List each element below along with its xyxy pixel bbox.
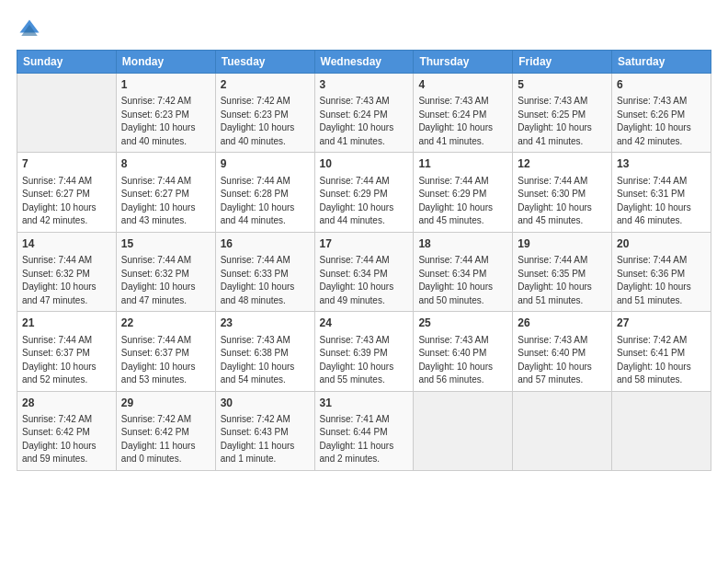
day-number: 16 xyxy=(221,236,310,252)
day-number: 9 xyxy=(221,156,310,172)
weekday-header: Sunday xyxy=(17,51,117,74)
calendar-cell: 31Sunrise: 7:41 AM Sunset: 6:44 PM Dayli… xyxy=(314,391,414,470)
calendar-cell: 29Sunrise: 7:42 AM Sunset: 6:42 PM Dayli… xyxy=(116,391,215,470)
day-number: 28 xyxy=(22,396,111,411)
cell-info: Sunrise: 7:41 AM Sunset: 6:44 PM Dayligh… xyxy=(320,413,409,466)
day-number: 10 xyxy=(320,156,409,172)
cell-info: Sunrise: 7:43 AM Sunset: 6:39 PM Dayligh… xyxy=(320,334,409,387)
logo-icon xyxy=(17,17,42,42)
calendar-cell: 25Sunrise: 7:43 AM Sunset: 6:40 PM Dayli… xyxy=(414,312,513,391)
cell-info: Sunrise: 7:42 AM Sunset: 6:41 PM Dayligh… xyxy=(617,334,706,387)
calendar-cell: 24Sunrise: 7:43 AM Sunset: 6:39 PM Dayli… xyxy=(314,312,414,391)
cell-info: Sunrise: 7:44 AM Sunset: 6:32 PM Dayligh… xyxy=(22,254,111,307)
calendar-cell: 16Sunrise: 7:44 AM Sunset: 6:33 PM Dayli… xyxy=(215,232,314,311)
day-number: 6 xyxy=(617,77,706,93)
day-number: 3 xyxy=(320,77,409,93)
calendar-cell: 12Sunrise: 7:44 AM Sunset: 6:30 PM Dayli… xyxy=(513,153,612,232)
cell-info: Sunrise: 7:43 AM Sunset: 6:26 PM Dayligh… xyxy=(617,95,706,148)
day-number: 27 xyxy=(617,316,706,331)
calendar-cell: 1Sunrise: 7:42 AM Sunset: 6:23 PM Daylig… xyxy=(116,74,215,153)
calendar-cell: 26Sunrise: 7:43 AM Sunset: 6:40 PM Dayli… xyxy=(513,312,612,391)
day-number: 17 xyxy=(320,236,409,252)
cell-info: Sunrise: 7:44 AM Sunset: 6:36 PM Dayligh… xyxy=(617,254,706,307)
day-number: 31 xyxy=(320,396,409,411)
cell-info: Sunrise: 7:44 AM Sunset: 6:37 PM Dayligh… xyxy=(22,334,111,387)
calendar-cell xyxy=(17,74,117,153)
cell-info: Sunrise: 7:43 AM Sunset: 6:24 PM Dayligh… xyxy=(320,95,409,148)
cell-info: Sunrise: 7:44 AM Sunset: 6:34 PM Dayligh… xyxy=(320,254,409,307)
calendar-cell: 10Sunrise: 7:44 AM Sunset: 6:29 PM Dayli… xyxy=(314,153,414,232)
day-number: 11 xyxy=(418,156,507,172)
cell-info: Sunrise: 7:44 AM Sunset: 6:37 PM Dayligh… xyxy=(121,334,210,387)
weekday-header: Wednesday xyxy=(314,51,414,74)
logo xyxy=(17,17,46,42)
calendar-week-row: 21Sunrise: 7:44 AM Sunset: 6:37 PM Dayli… xyxy=(17,312,711,391)
calendar-cell: 18Sunrise: 7:44 AM Sunset: 6:34 PM Dayli… xyxy=(414,232,513,311)
calendar-cell: 19Sunrise: 7:44 AM Sunset: 6:35 PM Dayli… xyxy=(513,232,612,311)
day-number: 20 xyxy=(617,236,706,252)
day-number: 15 xyxy=(121,236,210,252)
calendar-cell: 9Sunrise: 7:44 AM Sunset: 6:28 PM Daylig… xyxy=(215,153,314,232)
calendar-cell: 15Sunrise: 7:44 AM Sunset: 6:32 PM Dayli… xyxy=(116,232,215,311)
calendar-week-row: 14Sunrise: 7:44 AM Sunset: 6:32 PM Dayli… xyxy=(17,232,711,311)
header xyxy=(17,17,711,42)
calendar-cell: 6Sunrise: 7:43 AM Sunset: 6:26 PM Daylig… xyxy=(612,74,711,153)
calendar-cell: 20Sunrise: 7:44 AM Sunset: 6:36 PM Dayli… xyxy=(612,232,711,311)
day-number: 12 xyxy=(518,156,607,172)
day-number: 22 xyxy=(121,316,210,331)
weekday-header: Tuesday xyxy=(215,51,314,74)
calendar-table: SundayMondayTuesdayWednesdayThursdayFrid… xyxy=(17,50,711,471)
header-row: SundayMondayTuesdayWednesdayThursdayFrid… xyxy=(17,51,711,74)
calendar-week-row: 7Sunrise: 7:44 AM Sunset: 6:27 PM Daylig… xyxy=(17,153,711,232)
cell-info: Sunrise: 7:44 AM Sunset: 6:28 PM Dayligh… xyxy=(221,175,310,228)
day-number: 30 xyxy=(221,396,310,411)
calendar-week-row: 28Sunrise: 7:42 AM Sunset: 6:42 PM Dayli… xyxy=(17,391,711,470)
calendar-cell: 22Sunrise: 7:44 AM Sunset: 6:37 PM Dayli… xyxy=(116,312,215,391)
day-number: 24 xyxy=(320,316,409,331)
calendar-cell: 14Sunrise: 7:44 AM Sunset: 6:32 PM Dayli… xyxy=(17,232,117,311)
calendar-cell: 5Sunrise: 7:43 AM Sunset: 6:25 PM Daylig… xyxy=(513,74,612,153)
day-number: 25 xyxy=(418,316,507,331)
cell-info: Sunrise: 7:44 AM Sunset: 6:34 PM Dayligh… xyxy=(418,254,507,307)
weekday-header: Friday xyxy=(513,51,612,74)
cell-info: Sunrise: 7:42 AM Sunset: 6:42 PM Dayligh… xyxy=(22,413,111,466)
day-number: 2 xyxy=(221,77,310,93)
day-number: 5 xyxy=(518,77,607,93)
day-number: 29 xyxy=(121,396,210,411)
weekday-header: Saturday xyxy=(612,51,711,74)
calendar-cell: 23Sunrise: 7:43 AM Sunset: 6:38 PM Dayli… xyxy=(215,312,314,391)
cell-info: Sunrise: 7:43 AM Sunset: 6:38 PM Dayligh… xyxy=(221,334,310,387)
cell-info: Sunrise: 7:44 AM Sunset: 6:30 PM Dayligh… xyxy=(518,175,607,228)
calendar-cell: 8Sunrise: 7:44 AM Sunset: 6:27 PM Daylig… xyxy=(116,153,215,232)
cell-info: Sunrise: 7:44 AM Sunset: 6:29 PM Dayligh… xyxy=(320,175,409,228)
calendar-cell: 30Sunrise: 7:42 AM Sunset: 6:43 PM Dayli… xyxy=(215,391,314,470)
calendar-cell: 21Sunrise: 7:44 AM Sunset: 6:37 PM Dayli… xyxy=(17,312,117,391)
cell-info: Sunrise: 7:43 AM Sunset: 6:40 PM Dayligh… xyxy=(518,334,607,387)
cell-info: Sunrise: 7:42 AM Sunset: 6:43 PM Dayligh… xyxy=(221,413,310,466)
day-number: 19 xyxy=(518,236,607,252)
calendar-cell: 7Sunrise: 7:44 AM Sunset: 6:27 PM Daylig… xyxy=(17,153,117,232)
day-number: 8 xyxy=(121,156,210,172)
calendar-cell: 3Sunrise: 7:43 AM Sunset: 6:24 PM Daylig… xyxy=(314,74,414,153)
calendar-cell xyxy=(612,391,711,470)
calendar-cell: 17Sunrise: 7:44 AM Sunset: 6:34 PM Dayli… xyxy=(314,232,414,311)
calendar-cell: 13Sunrise: 7:44 AM Sunset: 6:31 PM Dayli… xyxy=(612,153,711,232)
calendar-cell xyxy=(513,391,612,470)
day-number: 23 xyxy=(221,316,310,331)
cell-info: Sunrise: 7:43 AM Sunset: 6:25 PM Dayligh… xyxy=(518,95,607,148)
day-number: 26 xyxy=(518,316,607,331)
day-number: 13 xyxy=(617,156,706,172)
weekday-header: Thursday xyxy=(414,51,513,74)
cell-info: Sunrise: 7:44 AM Sunset: 6:33 PM Dayligh… xyxy=(221,254,310,307)
calendar-cell: 4Sunrise: 7:43 AM Sunset: 6:24 PM Daylig… xyxy=(414,74,513,153)
cell-info: Sunrise: 7:44 AM Sunset: 6:29 PM Dayligh… xyxy=(418,175,507,228)
cell-info: Sunrise: 7:42 AM Sunset: 6:42 PM Dayligh… xyxy=(121,413,210,466)
calendar-cell: 28Sunrise: 7:42 AM Sunset: 6:42 PM Dayli… xyxy=(17,391,117,470)
calendar-cell: 27Sunrise: 7:42 AM Sunset: 6:41 PM Dayli… xyxy=(612,312,711,391)
cell-info: Sunrise: 7:43 AM Sunset: 6:24 PM Dayligh… xyxy=(418,95,507,148)
cell-info: Sunrise: 7:42 AM Sunset: 6:23 PM Dayligh… xyxy=(221,95,310,148)
weekday-header: Monday xyxy=(116,51,215,74)
cell-info: Sunrise: 7:44 AM Sunset: 6:27 PM Dayligh… xyxy=(121,175,210,228)
cell-info: Sunrise: 7:44 AM Sunset: 6:27 PM Dayligh… xyxy=(22,175,111,228)
cell-info: Sunrise: 7:44 AM Sunset: 6:32 PM Dayligh… xyxy=(121,254,210,307)
